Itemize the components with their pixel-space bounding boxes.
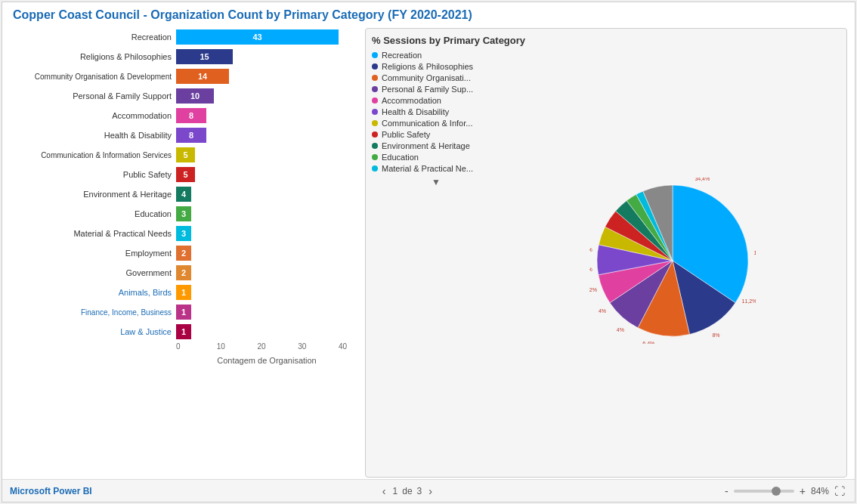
legend-scroll-arrow[interactable]: ▼ [372, 177, 500, 187]
pie-label: 4% [617, 327, 624, 332]
zoom-controls: - + 84% ⛶ [722, 485, 847, 497]
bar-wrapper: 8 [176, 128, 357, 143]
zoom-minus-button[interactable]: - [722, 485, 731, 497]
legend-label: Material & Practical Ne... [382, 164, 473, 173]
x-tick: 40 [339, 342, 347, 351]
legend-label: Education [382, 153, 419, 162]
bar-label: Government [10, 268, 176, 277]
bar-label: Material & Practical Needs [10, 229, 176, 238]
bar-row: Education3 [10, 205, 357, 223]
bar-wrapper: 1 [176, 285, 357, 300]
x-axis-area: 010203040 Contagem de Organisation [10, 342, 357, 365]
bar-label: Law & Justice [10, 327, 176, 336]
legend-dot [372, 75, 378, 81]
bar[interactable]: 3 [176, 206, 191, 221]
zoom-value: 84% [811, 486, 829, 496]
prev-page-button[interactable]: ‹ [380, 485, 388, 497]
bar-row: Personal & Family Support10 [10, 87, 357, 105]
pie-label: 3,2% [589, 287, 597, 292]
pie-label: 12% [754, 250, 756, 255]
legend-item: Accommodation [372, 96, 500, 105]
fullscreen-button[interactable]: ⛶ [832, 485, 847, 497]
legend-label: Community Organisati... [382, 73, 471, 82]
zoom-slider[interactable] [734, 490, 794, 493]
legend-dot [372, 154, 378, 160]
bar-wrapper: 5 [176, 167, 357, 182]
legend-item: Communication & Infor... [372, 119, 500, 128]
legend-item: Personal & Family Sup... [372, 85, 500, 94]
zoom-slider-thumb [772, 487, 781, 496]
bar-row: Religions & Philosophies15 [10, 48, 357, 66]
legend-dot [372, 63, 378, 70]
legend-dot [372, 131, 378, 138]
legend-item: Education [372, 153, 500, 162]
bar-row: Finance, Income, Business1 [10, 303, 357, 321]
bar-row: Health & Disability8 [10, 126, 357, 144]
bar-wrapper: 1 [176, 324, 357, 339]
zoom-plus-button[interactable]: + [797, 485, 808, 497]
bar[interactable]: 1 [176, 305, 191, 320]
legend-label: Recreation [382, 51, 422, 60]
bar[interactable]: 8 [176, 108, 206, 123]
bar-wrapper: 43 [176, 29, 357, 45]
bar-label: Employment [10, 249, 176, 258]
legend-dot [372, 165, 378, 172]
bottom-bar: Microsoft Power BI ‹ 1 de 3 › - + 84% ⛶ [2, 479, 855, 502]
bar-chart: Recreation43Religions & Philosophies15Co… [10, 28, 357, 478]
bar-row: Law & Justice1 [10, 323, 357, 341]
legend-item: Environment & Heritage [372, 141, 500, 150]
bar-row: Animals, Birds1 [10, 283, 357, 301]
pie-label: 34,4% [695, 178, 710, 181]
legend-dot [372, 86, 378, 92]
pie-legend: RecreationReligions & PhilosophiesCommun… [372, 51, 500, 471]
bar[interactable]: 10 [176, 88, 214, 104]
bar[interactable]: 1 [176, 285, 191, 300]
x-tick: 0 [176, 342, 181, 351]
pie-label: 1,6% [589, 247, 592, 252]
bar[interactable]: 8 [176, 128, 206, 143]
legend-item: Health & Disability [372, 107, 500, 116]
bar[interactable]: 5 [176, 167, 195, 182]
legend-label: Environment & Heritage [382, 141, 470, 150]
bar-row: Community Organisation & Development14 [10, 67, 357, 85]
bar-label: Community Organisation & Development [10, 73, 176, 81]
x-tick: 30 [298, 342, 306, 351]
bar-label: Communication & Information Services [10, 151, 176, 159]
bar-row: Recreation43 [10, 28, 357, 46]
bar-wrapper: 10 [176, 88, 357, 104]
bar-wrapper: 1 [176, 305, 357, 320]
bar-label: Environment & Heritage [10, 190, 176, 199]
bar-wrapper: 2 [176, 246, 357, 261]
bar-label: Health & Disability [10, 131, 176, 140]
legend-dot [372, 143, 378, 149]
page-separator: de [402, 486, 412, 496]
bar-wrapper: 5 [176, 147, 357, 162]
x-axis-label: Contagem de Organisation [176, 356, 357, 365]
legend-item: Recreation [372, 51, 500, 60]
bar[interactable]: 43 [176, 29, 339, 45]
bar[interactable]: 14 [176, 69, 229, 84]
bar-label: Religions & Philosophies [10, 52, 176, 61]
bar[interactable]: 2 [176, 246, 191, 261]
x-tick: 10 [217, 342, 225, 351]
bar[interactable]: 2 [176, 265, 191, 280]
next-page-button[interactable]: › [426, 485, 435, 497]
powerbi-link[interactable]: Microsoft Power BI [10, 486, 92, 496]
bar-wrapper: 4 [176, 187, 357, 202]
bar-wrapper: 3 [176, 206, 357, 221]
bar-wrapper: 8 [176, 108, 357, 123]
main-container: Copper Coast Council - Organization Coun… [2, 2, 855, 502]
chart-area: Recreation43Religions & Philosophies15Co… [2, 25, 855, 479]
bar-row: Employment2 [10, 244, 357, 262]
bar[interactable]: 5 [176, 147, 195, 162]
bar-label: Finance, Income, Business [10, 308, 176, 317]
bar[interactable]: 1 [176, 324, 191, 339]
bar-label: Education [10, 209, 176, 218]
bar[interactable]: 3 [176, 226, 191, 241]
page-current: 1 [393, 486, 398, 496]
bar[interactable]: 15 [176, 49, 233, 64]
bar-row: Public Safety5 [10, 165, 357, 184]
legend-label: Public Safety [382, 130, 430, 139]
bar[interactable]: 4 [176, 187, 191, 202]
legend-dot [372, 120, 378, 126]
